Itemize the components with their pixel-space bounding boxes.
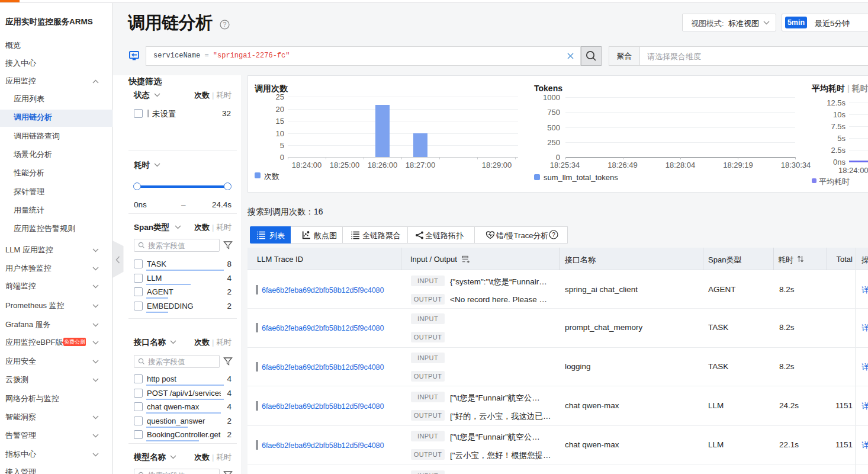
svg-text:?: ? [552,232,555,238]
svg-text:?: ? [223,21,227,28]
